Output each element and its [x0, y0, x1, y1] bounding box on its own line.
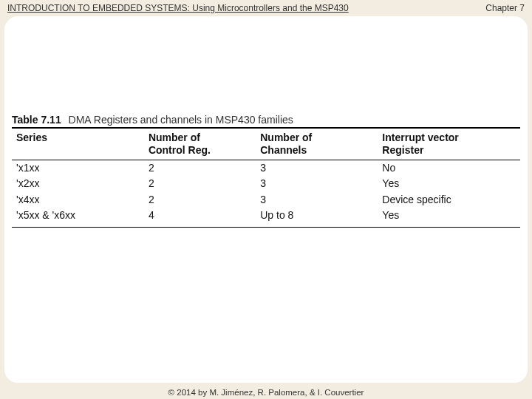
table-caption: Table 7.11 DMA Registers and channels in…: [12, 114, 520, 126]
dma-table: Series Number ofControl Reg. Number ofCh…: [12, 127, 520, 228]
footer-copyright: © 2014 by M. Jiménez, R. Palomera, & I. …: [0, 388, 532, 397]
cell-series: 'x4xx: [12, 192, 144, 208]
cell-irq: Yes: [378, 176, 520, 192]
col-header-channels: Number ofChannels: [256, 128, 378, 160]
cell-channels: 3: [256, 176, 378, 192]
cell-control: 2: [144, 192, 256, 208]
table-row: 'x2xx 2 3 Yes: [12, 176, 520, 192]
header: INTRODUCTION TO EMBEDDED SYSTEMS: Using …: [0, 0, 532, 15]
table-number: Table 7.11: [12, 114, 61, 126]
cell-series: 'x1xx: [12, 160, 144, 176]
table-row: 'x5xx & 'x6xx 4 Up to 8 Yes: [12, 208, 520, 227]
slide-page: INTRODUCTION TO EMBEDDED SYSTEMS: Using …: [0, 0, 532, 399]
cell-control: 2: [144, 176, 256, 192]
cell-series: 'x5xx & 'x6xx: [12, 208, 144, 227]
cell-channels: 3: [256, 192, 378, 208]
table-header-row: Series Number ofControl Reg. Number ofCh…: [12, 128, 520, 160]
cell-series: 'x2xx: [12, 176, 144, 192]
col-header-irq: Interrupt vectorRegister: [378, 128, 520, 160]
cell-channels: 3: [256, 160, 378, 176]
table-row: 'x4xx 2 3 Device specific: [12, 192, 520, 208]
col-header-control: Number ofControl Reg.: [144, 128, 256, 160]
cell-control: 4: [144, 208, 256, 227]
table-wrap: Table 7.11 DMA Registers and channels in…: [12, 114, 520, 228]
cell-channels: Up to 8: [256, 208, 378, 227]
table-row: 'x1xx 2 3 No: [12, 160, 520, 176]
col-header-series: Series: [12, 128, 144, 160]
table-title: DMA Registers and channels in MSP430 fam…: [69, 114, 293, 126]
chapter-label: Chapter 7: [485, 3, 525, 13]
cell-irq: Device specific: [378, 192, 520, 208]
cell-control: 2: [144, 160, 256, 176]
content-card: Table 7.11 DMA Registers and channels in…: [4, 16, 528, 383]
cell-irq: No: [378, 160, 520, 176]
cell-irq: Yes: [378, 208, 520, 227]
book-title: INTRODUCTION TO EMBEDDED SYSTEMS: Using …: [7, 3, 349, 13]
